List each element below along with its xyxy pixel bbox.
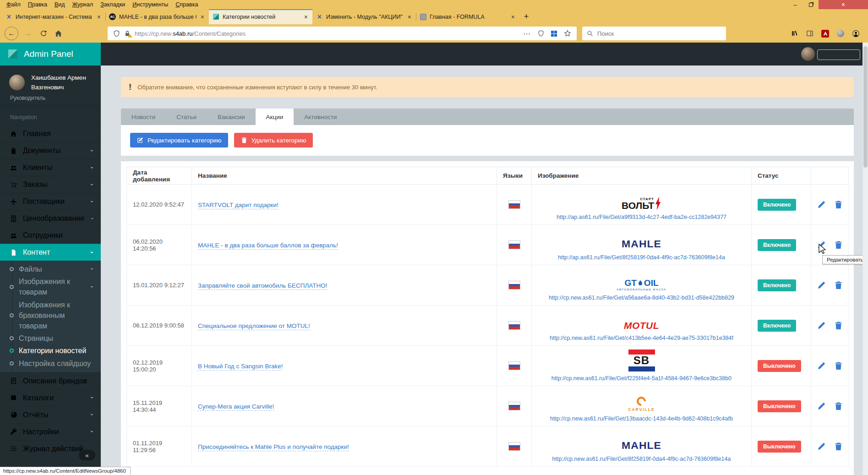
sidebar-item-7[interactable]: Сотрудники	[0, 227, 101, 244]
sidebar-item-5[interactable]: Поставщики	[0, 193, 101, 210]
table-row: 15.11.2019 14:30:44Супер-Мега акция Carv…	[127, 386, 849, 426]
browser-tab-2[interactable]: ACMAHLE - в два раза больше ба×	[105, 9, 209, 24]
delete-row-button[interactable]	[834, 442, 843, 451]
header-control[interactable]	[817, 49, 860, 60]
reload-button[interactable]	[37, 30, 49, 37]
sidebars-icon[interactable]	[806, 30, 813, 37]
new-tab-button[interactable]: +	[519, 9, 533, 24]
sidebar-item-2[interactable]: Документы	[0, 142, 101, 159]
edit-row-button[interactable]	[817, 281, 826, 289]
image-url-link[interactable]: http://ap.as61.ru/File/Get/8f25819f-0da4…	[558, 254, 725, 261]
tab-4[interactable]: Акции	[256, 109, 294, 125]
edit-row-button[interactable]	[817, 361, 826, 370]
scrollbar-thumb[interactable]	[863, 46, 868, 168]
category-title-link[interactable]: Присоединяйтесь к Mahle Plus и получайте…	[198, 443, 349, 451]
delete-row-button[interactable]	[834, 240, 843, 249]
browser-tab-5[interactable]: Главная - FORMULA×	[416, 9, 519, 24]
sidebar-item-12[interactable]: Настройки	[0, 423, 101, 440]
category-title-link[interactable]: STARTVOLT дарит подарки!	[198, 202, 278, 209]
image-url-link[interactable]: http://cp.new.as61.ru/File/Get/f225f4e4-…	[551, 375, 732, 382]
menubar-item-5[interactable]: Закладки	[97, 1, 129, 8]
tab-close-icon[interactable]: ×	[303, 13, 309, 21]
home-button[interactable]	[52, 30, 65, 38]
category-title-link[interactable]: Специальное предложение от MOTUL!	[198, 322, 310, 330]
tracking-shield-icon[interactable]	[113, 30, 120, 37]
tab-close-icon[interactable]: ×	[406, 13, 413, 21]
sidebar-subitem-2[interactable]: Изображения к товарам	[0, 275, 101, 298]
tab-close-icon[interactable]: ×	[510, 13, 516, 21]
window-minimize-button[interactable]: –	[787, 0, 803, 9]
tab-3[interactable]: Вакансии	[207, 109, 256, 125]
browser-tab-3[interactable]: Категории новостей×	[209, 9, 312, 24]
sidebar-subitem-5[interactable]: Категории новостей	[0, 344, 101, 357]
sidebar-subitem-1[interactable]: Файлы	[0, 263, 101, 275]
menubar-item-1[interactable]: Файл	[3, 1, 24, 8]
window-close-button[interactable]: ×	[819, 0, 868, 9]
bookmark-star-icon[interactable]	[564, 30, 571, 37]
tab-close-icon[interactable]: ×	[96, 13, 102, 21]
image-url-link[interactable]: http://cp.new.as61.ru/File/Get/a56aae6a-…	[549, 295, 734, 301]
page-actions-icon[interactable]: ···	[524, 30, 531, 37]
windows-extension-icon[interactable]	[551, 31, 557, 37]
menubar-item-4[interactable]: Журнал	[69, 1, 97, 8]
sidebar-item-3[interactable]: Клиенты	[0, 159, 101, 176]
sidebar-item-4[interactable]: Заказы	[0, 176, 101, 193]
sidebar-item-10[interactable]: Каталоги	[0, 389, 101, 406]
edit-row-button[interactable]	[817, 402, 826, 410]
delete-row-button[interactable]	[834, 281, 843, 289]
sidebar-collapse-button[interactable]: «	[79, 450, 95, 460]
sidebar-item-6[interactable]: Ценообразование	[0, 210, 101, 227]
menubar-item-3[interactable]: Вид	[51, 1, 69, 8]
menubar-item-2[interactable]: Правка	[24, 1, 51, 8]
delete-row-button[interactable]	[834, 321, 843, 330]
sidebar-subitem-6[interactable]: Настройка слайдшоу	[0, 357, 101, 370]
extension-icon[interactable]	[837, 30, 844, 37]
sidebar-item-1[interactable]: Главная	[0, 125, 101, 142]
tab-close-icon[interactable]: ×	[199, 13, 206, 21]
edit-row-button[interactable]	[817, 321, 826, 330]
window-maximize-button[interactable]	[803, 0, 819, 9]
adobe-acrobat-icon[interactable]	[821, 30, 829, 38]
brand[interactable]: Admin Panel	[0, 43, 101, 66]
image-url-link[interactable]: http://cp.new.as61.ru/File/Get/c413b5ee-…	[550, 335, 733, 341]
edit-row-button[interactable]	[817, 200, 826, 209]
sidebar-subitem-3[interactable]: Изображения к бракованным товарам	[0, 299, 101, 333]
image-url-link[interactable]: http://cp.new.as61.ru/File/Get/13baacdc-…	[550, 415, 733, 422]
chevron-down-icon	[89, 148, 94, 153]
header-avatar[interactable]	[801, 47, 815, 61]
search-input[interactable]: Поиск	[582, 27, 726, 40]
delete-row-button[interactable]	[834, 200, 843, 209]
sidebar-subitem-4[interactable]: Страницы	[0, 332, 101, 344]
pocket-icon[interactable]	[538, 30, 544, 37]
browser-tab-4[interactable]: ×Изменить - Модуль "АКЦИИ"×	[312, 9, 416, 24]
library-icon[interactable]	[791, 30, 798, 37]
delete-row-button[interactable]	[834, 402, 843, 410]
browser-tab-1[interactable]: ×Интернет-магазин - Система×	[2, 9, 105, 24]
tab-2[interactable]: Статьи	[166, 109, 207, 125]
image-url-link[interactable]: http://ap.as61.ru/File/Get/a9f9313d-4c27…	[557, 214, 726, 220]
delete-row-button[interactable]	[834, 361, 843, 370]
admin-logo-icon	[7, 49, 18, 60]
sidebar-item-11[interactable]: Отчёты	[0, 406, 101, 423]
account-icon[interactable]	[852, 30, 860, 38]
back-button[interactable]: ←	[5, 27, 18, 40]
tab-1[interactable]: Новости	[121, 109, 166, 125]
forward-button[interactable]: →	[22, 29, 34, 38]
category-title-link[interactable]: Заправляйте свой автомобиль БЕСПЛАТНО!	[198, 282, 327, 290]
image-url-link[interactable]: http://cp.new.as61.ru/File/Get/8f25819f-…	[552, 456, 731, 462]
sidebar-item-8[interactable]: Контент	[0, 244, 101, 261]
page-scrollbar[interactable]	[863, 43, 868, 475]
url-bar[interactable]: https://cp.new.s4ab.ru/Content/Categorie…	[108, 27, 577, 40]
menubar-item-7[interactable]: Справка	[172, 1, 202, 8]
sidebar-item-9[interactable]: Описания брендов	[0, 372, 101, 389]
category-title-link[interactable]: MAHLE - в два раза больше баллов за февр…	[198, 242, 338, 250]
chevron-down-icon	[89, 199, 94, 204]
category-title-link[interactable]: Супер-Мега акция Carville!	[198, 403, 274, 411]
delete-category-button[interactable]: Удалить категорию	[234, 133, 313, 147]
edit-row-button[interactable]	[817, 442, 826, 451]
edit-category-button[interactable]: Редактировать категорию	[130, 133, 228, 147]
lock-icon[interactable]	[124, 30, 131, 37]
menubar-item-6[interactable]: Инструменты	[129, 1, 172, 8]
category-title-link[interactable]: В Новый Год с Sangsin Brake!	[198, 363, 283, 371]
tab-5[interactable]: Активности	[294, 109, 347, 125]
